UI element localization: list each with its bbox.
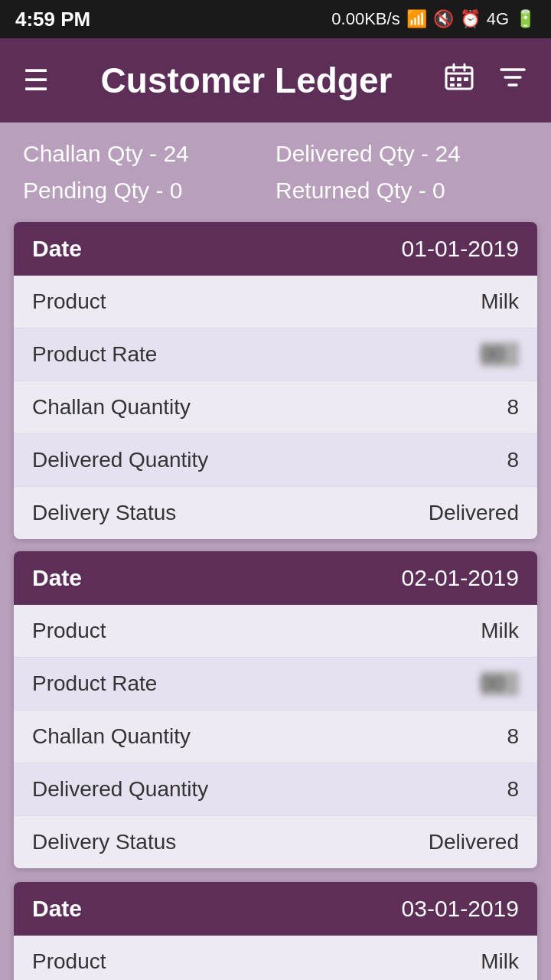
record-card-2: Date 02-01-2019 Product Milk Product Rat… — [14, 551, 537, 868]
menu-icon[interactable]: ☰ — [23, 64, 49, 97]
record-header-1: Date 01-01-2019 — [14, 222, 537, 276]
product-rate-row-2: Product Rate 00 — [14, 658, 537, 710]
product-row-2: Product Milk — [14, 605, 537, 658]
challan-qty-value-1: 8 — [507, 395, 519, 420]
product-label-2: Product — [32, 619, 481, 643]
challan-qty-row-2: Challan Quantity 8 — [14, 710, 537, 763]
network-speed-icon: 0.00KB/s — [331, 9, 399, 29]
delivery-status-row-2: Delivery Status Delivered — [14, 816, 537, 868]
product-label-1: Product — [32, 289, 481, 314]
delivery-status-value-1: Delivered — [429, 501, 519, 525]
challan-qty-value-2: 8 — [507, 724, 519, 749]
app-bar: ☰ Customer Ledger — [0, 38, 551, 122]
product-value-2: Milk — [481, 619, 519, 643]
svg-rect-4 — [450, 77, 455, 81]
app-bar-actions — [444, 62, 528, 100]
alarm-icon: ⏰ — [460, 9, 481, 29]
date-label-1: Date — [32, 236, 402, 262]
delivered-qty-row-1: Delivered Quantity 8 — [14, 434, 537, 487]
signal-4g-icon: 4G — [487, 9, 509, 29]
record-card-3-partial: Date 03-01-2019 Product Milk — [14, 882, 537, 980]
svg-rect-5 — [457, 77, 461, 81]
returned-qty: Returned Qty - 0 — [276, 178, 528, 204]
delivered-qty-label-1: Delivered Quantity — [32, 448, 507, 472]
challan-qty-label-2: Challan Quantity — [32, 724, 507, 749]
delivery-status-row-1: Delivery Status Delivered — [14, 487, 537, 539]
status-bar: 4:59 PM 0.00KB/s 📶 🔇 ⏰ 4G 🔋 — [0, 0, 551, 38]
delivered-qty-label-2: Delivered Quantity — [32, 777, 507, 802]
date-label-3: Date — [32, 896, 402, 922]
date-value-2: 02-01-2019 — [402, 565, 519, 591]
record-header-2: Date 02-01-2019 — [14, 551, 537, 605]
status-time: 4:59 PM — [15, 8, 90, 31]
date-value-3: 03-01-2019 — [402, 896, 519, 922]
product-row-3: Product Milk — [14, 936, 537, 980]
product-rate-label-1: Product Rate — [32, 342, 481, 367]
product-rate-label-2: Product Rate — [32, 671, 481, 696]
mute-icon: 🔇 — [433, 9, 454, 29]
records-container: Date 01-01-2019 Product Milk Product Rat… — [0, 222, 551, 882]
product-rate-value-1: 00 — [481, 342, 519, 367]
calendar-icon[interactable] — [444, 62, 474, 100]
svg-rect-7 — [450, 83, 455, 87]
svg-rect-6 — [464, 77, 468, 81]
record-header-3: Date 03-01-2019 — [14, 882, 537, 936]
battery-icon: 🔋 — [515, 9, 536, 29]
summary-bar: Challan Qty - 24 Delivered Qty - 24 Pend… — [0, 122, 551, 222]
bluetooth-icon: 📶 — [406, 9, 427, 29]
challan-qty: Challan Qty - 24 — [23, 141, 276, 167]
svg-rect-8 — [457, 83, 461, 87]
status-icons: 0.00KB/s 📶 🔇 ⏰ 4G 🔋 — [331, 9, 536, 29]
filter-icon[interactable] — [497, 62, 528, 100]
product-label-3: Product — [32, 949, 481, 974]
product-rate-value-2: 00 — [481, 671, 519, 696]
delivered-qty-value-1: 8 — [507, 448, 519, 472]
page-title: Customer Ledger — [49, 60, 444, 101]
challan-qty-row-1: Challan Quantity 8 — [14, 381, 537, 434]
delivered-qty: Delivered Qty - 24 — [276, 141, 528, 167]
delivery-status-value-2: Delivered — [429, 830, 519, 854]
product-rate-row-1: Product Rate 00 — [14, 328, 537, 381]
date-label-2: Date — [32, 565, 402, 591]
challan-qty-label-1: Challan Quantity — [32, 395, 507, 420]
product-value-3: Milk — [481, 949, 519, 974]
delivered-qty-value-2: 8 — [507, 777, 519, 802]
product-row-1: Product Milk — [14, 276, 537, 328]
pending-qty: Pending Qty - 0 — [23, 178, 276, 204]
product-value-1: Milk — [481, 289, 519, 314]
record-card-1: Date 01-01-2019 Product Milk Product Rat… — [14, 222, 537, 539]
delivered-qty-row-2: Delivered Quantity 8 — [14, 763, 537, 816]
date-value-1: 01-01-2019 — [402, 236, 519, 262]
delivery-status-label-1: Delivery Status — [32, 501, 429, 525]
delivery-status-label-2: Delivery Status — [32, 830, 429, 854]
